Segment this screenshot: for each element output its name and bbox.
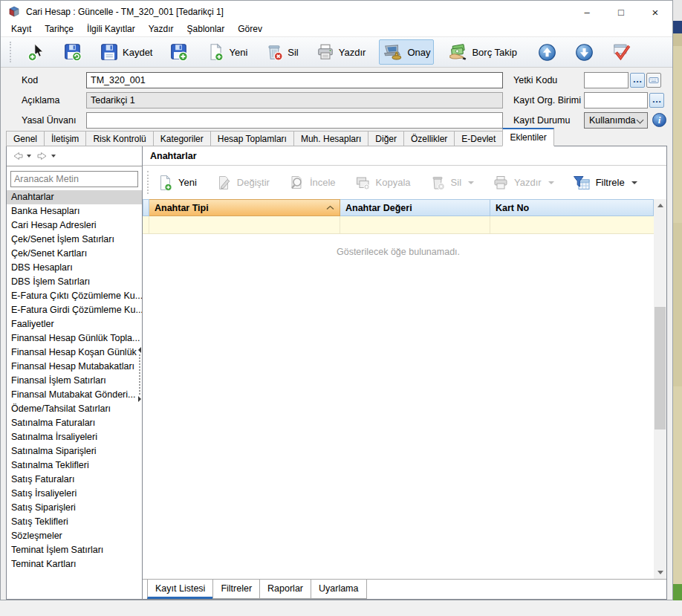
bottom-tab-uyarlama[interactable]: Uyarlama [311,580,367,599]
sidebar-item-finansal-hesap-kosan[interactable]: Finansal Hesap Koşan Günlük ... [7,346,142,360]
sidebar-item-odeme-tahsilat-satirlari[interactable]: Ödeme/Tahsilat Satırları [7,402,142,416]
kayit-org-birimi-input[interactable] [584,92,648,108]
kod-input[interactable] [86,72,503,88]
sidebar-item-dbs-islem-satirlari[interactable]: DBS İşlem Satırları [7,275,142,289]
bottom-tab-filtreler[interactable]: Filtreler [212,580,260,599]
filter-anahtar-tipi[interactable] [149,216,340,233]
scroll-down-record-button[interactable] [571,39,598,65]
sidebar-item-satis-faturalari[interactable]: Satış Faturaları [7,473,142,487]
panel-filter-button[interactable]: Filtrele [572,174,637,192]
sidebar-item-faaliyetler[interactable]: Faaliyetler [7,317,142,331]
nav-back-icon[interactable] [12,151,24,161]
panel-print-button[interactable]: Yazdır [492,174,554,192]
menu-tarihce[interactable]: Tarihçe [38,23,80,36]
tab-risk-kontrolu[interactable]: Risk Kontrolü [85,131,153,146]
sidebar-item-cek-senet-kartlari[interactable]: Çek/Senet Kartları [7,247,142,261]
sidebar-item-satinalma-irsaliyeleri[interactable]: Satınalma İrsaliyeleri [7,430,142,444]
save-new-button[interactable] [166,39,192,65]
filter-anahtar-degeri[interactable] [340,216,490,233]
panel-view-button[interactable]: İncele [288,174,336,192]
tab-eklentiler[interactable]: Eklentiler [502,128,553,146]
sidebar-item-finansal-islem-satirlari[interactable]: Finansal İşlem Satırları [7,374,142,388]
menu-yazdir[interactable]: Yazdır [142,23,181,36]
tab-kategoriler[interactable]: Kategoriler [153,131,211,146]
sidebar-item-satis-siparisleri[interactable]: Satış Siparişleri [7,501,142,515]
kayit-org-birimi-browse-button[interactable]: … [649,93,664,108]
info-icon[interactable]: i [652,113,666,127]
delete-button[interactable]: Sil [261,39,302,65]
filter-dropdown-caret-icon[interactable] [631,181,637,184]
filter-kart-no[interactable] [490,216,654,233]
menu-gorev[interactable]: Görev [231,23,269,36]
sidebar-item-satinalma-faturalari[interactable]: Satınalma Faturaları [7,416,142,430]
sidebar-item-finansal-hesap-mutabakatlari[interactable]: Finansal Hesap Mutabakatları [7,360,142,374]
menu-kayit[interactable]: Kayıt [4,23,38,36]
sidebar-item-teminat-kartlari[interactable]: Teminat Kartları [7,557,142,571]
panel-delete-button[interactable]: Sil [429,174,474,192]
search-input[interactable] [10,171,138,187]
save-button[interactable]: Kaydet [96,39,156,65]
close-button[interactable]: × [638,1,672,23]
yetki-kodu-keyboard-button[interactable] [646,73,661,88]
tab-muh-hesaplari[interactable]: Muh. Hesapları [293,131,368,146]
nav-forward-icon[interactable] [36,151,48,161]
menu-sablonlar[interactable]: Şablonlar [181,23,232,36]
bottom-tab-raporlar[interactable]: Raporlar [259,580,311,599]
column-anahtar-tipi[interactable]: Anahtar Tipi [149,199,340,216]
print-button[interactable]: Yazdır [312,39,370,65]
column-anahtar-degeri[interactable]: Anahtar Değeri [340,199,490,216]
sidebar-item-dbs-hesaplari[interactable]: DBS Hesapları [7,261,142,275]
nav-back-caret-icon[interactable] [27,155,31,158]
delete-dropdown-caret-icon[interactable] [468,181,474,184]
kayit-durumu-select[interactable]: Kullanımda [584,112,648,129]
approve-button[interactable]: Onay [379,39,434,65]
scrollbar-down-button[interactable] [654,566,666,579]
panel-toolbar-grip[interactable] [147,171,149,194]
confirm-close-button[interactable] [608,39,636,65]
sidebar-item-cek-senet-islem-satirlari[interactable]: Çek/Senet İşlem Satırları [7,233,142,247]
sidebar-item-anahtarlar[interactable]: Anahtarlar [7,190,142,204]
aciklama-input[interactable] [86,92,503,108]
minimize-button[interactable]: – [570,1,604,23]
sidebar-item-satinalma-teklifleri[interactable]: Satınalma Teklifleri [7,458,142,473]
sidebar-item-satis-teklifleri[interactable]: Satış Teklifleri [7,515,142,529]
scrollbar-thumb[interactable] [655,307,666,429]
nav-forward-caret-icon[interactable] [51,155,56,158]
sidebar-item-banka-hesaplari[interactable]: Banka Hesapları [7,204,142,218]
new-button[interactable]: Yeni [202,39,251,65]
sidebar-item-finansal-mutabakat-gonderi[interactable]: Finansal Mutabakat Gönderi... [7,388,142,402]
panel-edit-button[interactable]: Değiştir [215,174,270,192]
maximize-button[interactable]: □ [604,1,638,23]
sidebar-item-efatura-cikti[interactable]: E-Fatura Çıktı Çözümleme Ku... [7,289,142,303]
sidebar-item-efatura-girdi[interactable]: E-Fatura Girdi Çözümleme Ku... [7,303,142,317]
new-record-pointer-button[interactable] [23,39,50,65]
yetki-kodu-browse-button[interactable]: … [630,73,645,88]
tab-genel[interactable]: Genel [6,131,45,146]
sidebar-item-teminat-islem-satirlari[interactable]: Teminat İşlem Satırları [7,543,142,557]
sidebar-item-satis-irsaliyeleri[interactable]: Satış İrsaliyeleri [7,487,142,501]
tab-diger[interactable]: Diğer [368,131,404,146]
panel-copy-button[interactable]: Kopyala [354,174,411,192]
debt-track-button[interactable]: Borç Takip [444,39,520,65]
menu-ilgili-kayitlar[interactable]: İlgili Kayıtlar [80,23,142,36]
sidebar-item-sozlesmeler[interactable]: Sözleşmeler [7,529,142,543]
sidebar-item-satinalma-siparisleri[interactable]: Satınalma Siparişleri [7,444,142,458]
scroll-up-record-button[interactable] [533,39,561,65]
vertical-scrollbar[interactable] [654,199,666,579]
tab-iletisim[interactable]: İletişim [44,131,86,146]
panel-new-button[interactable]: Yeni [156,174,197,192]
bottom-tab-kayit-listesi[interactable]: Kayıt Listesi [147,580,213,599]
sidebar-item-cari-hesap-adresleri[interactable]: Cari Hesap Adresleri [7,218,142,233]
yetki-kodu-input[interactable] [584,72,629,88]
print-dropdown-caret-icon[interactable] [548,181,554,184]
sidebar-splitter[interactable] [137,347,142,402]
toolbar-grip[interactable] [10,42,12,62]
save-refresh-button[interactable] [59,39,86,65]
sidebar-item-finansal-hesap-gunluk[interactable]: Finansal Hesap Günlük Topla... [7,331,142,346]
yasal-unvani-input[interactable] [86,112,503,129]
tab-ozellikler[interactable]: Özellikler [403,131,455,146]
column-kart-no[interactable]: Kart No [490,199,654,216]
scrollbar-up-button[interactable] [654,199,666,212]
tab-hesap-toplamlari[interactable]: Hesap Toplamları [210,131,294,146]
tab-e-devlet[interactable]: E-Devlet [454,131,503,146]
